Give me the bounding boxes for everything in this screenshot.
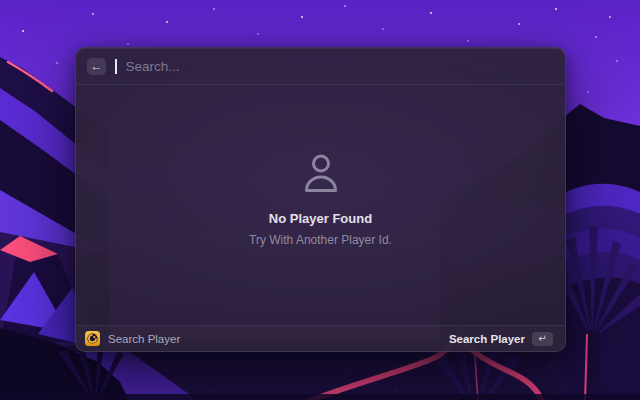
search-player-window: ← No Player Found Try With Another Playe… bbox=[75, 47, 566, 352]
enter-key-icon: ↵ bbox=[538, 333, 546, 344]
primary-action-label: Search Player bbox=[449, 333, 525, 345]
search-input[interactable] bbox=[126, 59, 555, 74]
footer: Search Player Search Player ↵ bbox=[76, 325, 565, 351]
person-icon bbox=[301, 152, 341, 196]
empty-state-title: No Player Found bbox=[269, 211, 372, 226]
primary-action-button[interactable]: Search Player ↵ bbox=[446, 330, 556, 348]
back-arrow-icon: ← bbox=[91, 60, 103, 72]
search-player-app-icon bbox=[85, 331, 100, 346]
empty-state: No Player Found Try With Another Player … bbox=[76, 79, 565, 319]
text-caret bbox=[115, 59, 117, 74]
back-button[interactable]: ← bbox=[87, 58, 106, 75]
footer-app: Search Player bbox=[85, 331, 180, 346]
footer-app-label: Search Player bbox=[108, 333, 180, 345]
enter-keycap: ↵ bbox=[532, 332, 553, 346]
desktop: ← No Player Found Try With Another Playe… bbox=[0, 0, 640, 400]
empty-state-subtitle: Try With Another Player Id. bbox=[249, 233, 392, 247]
